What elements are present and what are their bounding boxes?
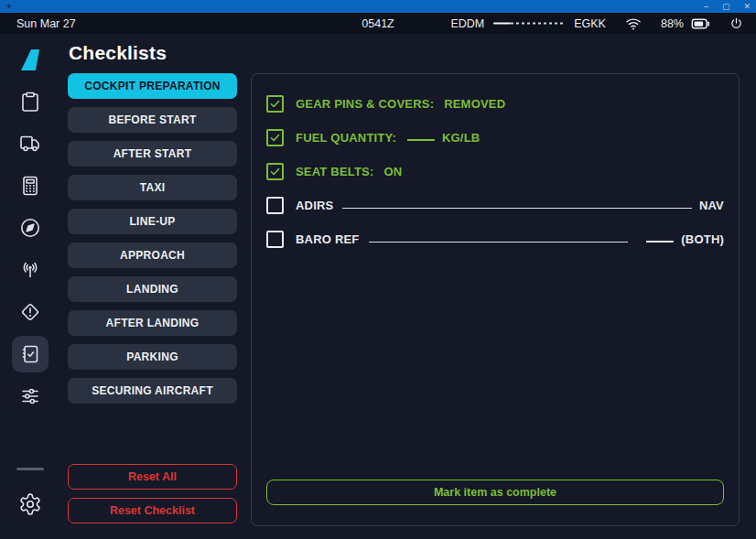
mark-item-complete-button[interactable]: Mark item as complete xyxy=(266,480,724,505)
warning-icon xyxy=(19,301,41,323)
sidebar-item-clipboard[interactable] xyxy=(12,83,49,120)
leader-line xyxy=(369,242,629,243)
status-bar: Sun Mar 27 0541Z EDDM EGKK 88% xyxy=(0,13,756,34)
sidebar-item-warning[interactable] xyxy=(12,294,49,330)
checklist-tab-label: LINE-UP xyxy=(129,215,175,228)
sidebar-item-checklist[interactable] xyxy=(12,336,49,372)
gear-icon xyxy=(18,492,42,516)
origin-airport: EDDM xyxy=(450,17,484,30)
checklist-tab[interactable]: APPROACH xyxy=(68,243,237,268)
destination-airport: EGKK xyxy=(574,17,606,30)
reset-all-button[interactable]: Reset All xyxy=(68,464,237,490)
checklist-tab-label: AFTER LANDING xyxy=(106,317,200,329)
battery-icon xyxy=(691,17,710,29)
sidebar-item-settings[interactable] xyxy=(12,486,49,523)
checklist-item-label: BARO REF xyxy=(296,232,360,246)
checklist-tab-label: PARKING xyxy=(126,350,178,363)
checklist-item[interactable]: SEAT BELTS: ON xyxy=(266,160,724,182)
status-utc-time: 0541Z xyxy=(362,17,394,30)
truck-icon xyxy=(19,133,41,155)
checklist-item-value: NAV xyxy=(699,199,724,212)
flight-progress-bar xyxy=(493,22,565,25)
reset-checklist-button[interactable]: Reset Checklist xyxy=(68,498,237,523)
checkbox-icon[interactable] xyxy=(266,231,284,248)
status-date: Sun Mar 27 xyxy=(16,17,76,30)
checklist-item-value: (BOTH) xyxy=(681,232,724,246)
power-icon[interactable] xyxy=(729,16,743,30)
checklist-tab[interactable]: TAXI xyxy=(68,175,237,200)
checklist-tab-label: BEFORE START xyxy=(108,113,196,126)
sidebar-item-sliders[interactable] xyxy=(12,378,49,415)
flybywire-logo xyxy=(16,48,44,71)
checklist-tab-label: SECURING AIRCRAFT xyxy=(92,384,213,397)
checklist-item-value: REMOVED xyxy=(444,97,505,111)
checklist-tab[interactable]: LINE-UP xyxy=(68,209,237,234)
checklist-tab[interactable]: BEFORE START xyxy=(68,107,237,133)
checkbox-icon[interactable] xyxy=(266,129,284,146)
sidebar xyxy=(0,34,60,539)
flight-route: EDDM EGKK xyxy=(450,17,606,30)
maximize-button[interactable]: ▢ xyxy=(722,3,730,11)
checklist-tab-label: COCKPIT PREPARATION xyxy=(84,80,221,92)
flight-progress-remaining xyxy=(511,23,565,25)
blank-underline xyxy=(407,139,435,141)
checklist-tab-label: APPROACH xyxy=(120,249,185,262)
checklist-item[interactable]: FUEL QUANTITY: KG/LB xyxy=(266,126,724,148)
window-titlebar: ✈ – ▢ ✕ xyxy=(0,0,756,13)
checklist-item-value: KG/LB xyxy=(442,131,480,145)
compass-icon xyxy=(19,217,41,239)
blank-underline xyxy=(646,241,674,243)
checklist-tab[interactable]: LANDING xyxy=(68,276,237,302)
checklist-icon xyxy=(19,343,41,365)
checklist-tab-label: TAXI xyxy=(140,181,166,194)
minimize-button[interactable]: – xyxy=(704,3,708,11)
close-button[interactable]: ✕ xyxy=(743,3,751,11)
checklist-panel: GEAR PINS & COVERS: REMOVED FUEL QUANTIT… xyxy=(251,73,740,526)
calculator-icon xyxy=(19,175,41,197)
battery-percentage: 88% xyxy=(661,17,684,30)
checklist-item[interactable]: ADIRS NAV xyxy=(266,194,724,216)
sidebar-item-antenna[interactable] xyxy=(12,252,49,288)
antenna-icon xyxy=(19,259,41,281)
sidebar-item-compass[interactable] xyxy=(12,210,49,246)
checklist-tab[interactable]: AFTER LANDING xyxy=(68,310,237,336)
sidebar-item-calculator[interactable] xyxy=(12,167,49,204)
checklist-tab[interactable]: PARKING xyxy=(68,344,237,370)
sidebar-divider xyxy=(16,468,44,470)
checklist-tab[interactable]: COCKPIT PREPARATION xyxy=(68,73,237,99)
checklist-tab-label: AFTER START xyxy=(113,147,192,160)
sliders-icon xyxy=(19,385,41,407)
checklist-item[interactable]: BARO REF (BOTH) xyxy=(266,228,724,250)
checklist-tab-list: COCKPIT PREPARATION BEFORE START AFTER S… xyxy=(68,73,237,526)
leader-line xyxy=(342,208,691,209)
checklist-item-value: ON xyxy=(384,165,403,178)
checkbox-icon[interactable] xyxy=(266,95,284,113)
app-icon: ✈ xyxy=(5,3,13,11)
checklist-tab-label: LANDING xyxy=(126,283,178,296)
page-title: Checklists xyxy=(69,42,756,64)
clipboard-icon xyxy=(19,91,41,113)
flight-progress-solid xyxy=(493,23,511,25)
checklist-item-label: ADIRS xyxy=(296,199,333,212)
checklist-tab[interactable]: SECURING AIRCRAFT xyxy=(68,378,237,404)
checklist-item[interactable]: GEAR PINS & COVERS: REMOVED xyxy=(266,92,724,114)
checklist-item-label: GEAR PINS & COVERS: xyxy=(296,97,434,111)
sidebar-item-truck[interactable] xyxy=(12,125,49,162)
checklist-item-label: FUEL QUANTITY: xyxy=(296,131,396,145)
checklist-tab[interactable]: AFTER START xyxy=(68,141,237,167)
checklist-item-label: SEAT BELTS: xyxy=(296,165,374,178)
checkbox-icon[interactable] xyxy=(266,163,284,180)
checkbox-icon[interactable] xyxy=(266,197,284,214)
wifi-icon xyxy=(625,16,642,30)
